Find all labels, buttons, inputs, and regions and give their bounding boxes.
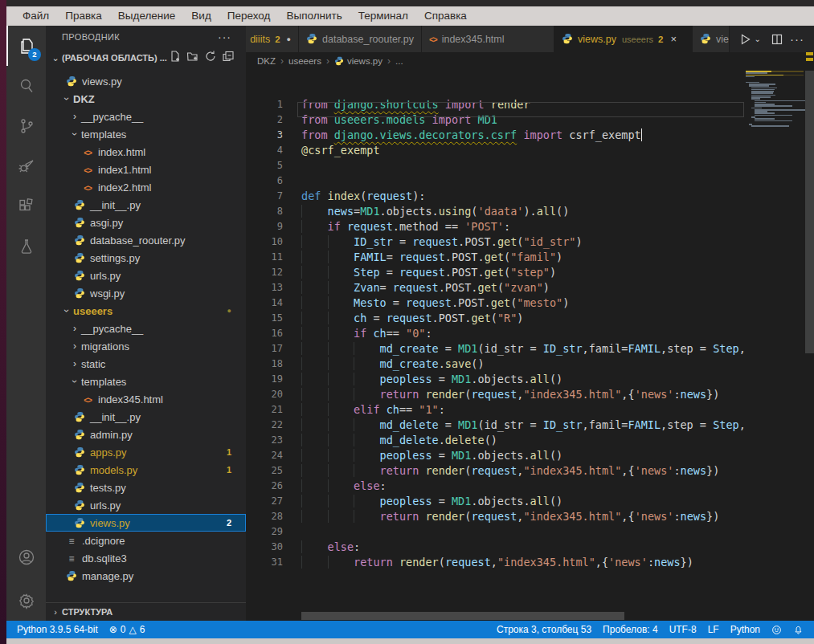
refresh-icon[interactable] [204, 50, 217, 66]
breadcrumb-item-views-py[interactable]: views.py [334, 56, 382, 66]
new-folder-icon[interactable] [186, 50, 199, 66]
code-line-31[interactable]: 31 return render(request,"index345.html"… [246, 555, 746, 570]
run-debug-icon[interactable] [6, 146, 46, 186]
code-line-27[interactable]: 27 peopless = MD1.objects.all() [246, 494, 746, 509]
tree-item-apps-py[interactable]: apps.py1 [46, 443, 246, 461]
code-editor[interactable]: 1from django.shortcuts import render2fro… [246, 70, 746, 584]
tree-item--init-py[interactable]: __init__.py [46, 408, 246, 426]
code-line-9[interactable]: 9 if request.method == 'POST': [246, 219, 746, 234]
run-button[interactable] [738, 33, 751, 46]
code-line-11[interactable]: 11 FAMIL= request.POST.get("famil") [246, 250, 746, 265]
tab-views-py[interactable]: views.pyuseeers2× [554, 26, 693, 52]
code-line-3[interactable]: 3from django.views.decorators.csrf impor… [246, 128, 746, 143]
code-line-22[interactable]: 22 md_delete = MD1(id_str = ID_str,famil… [246, 418, 746, 433]
indentation-status[interactable]: Пробелов: 4 [597, 621, 664, 638]
menu-item-правка[interactable]: Правка [57, 6, 110, 26]
code-line-29[interactable]: 29 [246, 524, 746, 540]
tree-item-db-sqlite3[interactable]: ≡db.sqlite3 [46, 549, 246, 567]
code-line-23[interactable]: 23 md_delete.delete() [246, 433, 746, 448]
code-line-6[interactable]: 6 [246, 173, 746, 189]
code-line-17[interactable]: 17 md_create = MD1(id_str = ID_str,famil… [246, 341, 746, 357]
code-line-15[interactable]: 15 ch = request.POST.get("R") [246, 311, 746, 326]
tree-item-dkz[interactable]: ›DKZ [46, 90, 246, 108]
menu-item-справка[interactable]: Справка [416, 6, 475, 26]
breadcrumb-item-useeers[interactable]: useeers [288, 56, 321, 66]
run-dropdown-chevron-icon[interactable]: ⌄ [755, 35, 761, 43]
code-line-4[interactable]: 4@csrf_exempt [246, 143, 746, 158]
notifications-bell-icon[interactable] [787, 621, 809, 638]
menu-item-переход[interactable]: Переход [219, 6, 279, 26]
workspace-section-header[interactable]: ⌄ (РАБОЧАЯ ОБЛАСТЬ) ... [46, 48, 246, 67]
menu-item-вид[interactable]: Вид [183, 6, 219, 26]
tree-item-urls-py[interactable]: urls.py [46, 267, 246, 284]
code-line-28[interactable]: 28 return render(request,"index345.html"… [246, 509, 746, 524]
language-mode-status[interactable]: Python [725, 621, 766, 638]
tree-item-views-py[interactable]: views.py [46, 72, 246, 90]
eol-status[interactable]: LF [702, 621, 725, 638]
tree-item-index2-html[interactable]: <>index2.html [46, 178, 246, 196]
code-line-10[interactable]: 10 ID_str = request.POST.get("id_str") [246, 234, 746, 250]
code-line-18[interactable]: 18 md_create.save() [246, 357, 746, 372]
tab-vie[interactable]: vie [693, 26, 730, 52]
cursor-position-status[interactable]: Строка 3, столбец 53 [491, 621, 597, 638]
tree-item-wsgi-py[interactable]: wsgi.py [46, 284, 246, 302]
encoding-status[interactable]: UTF-8 [664, 621, 702, 638]
code-line-16[interactable]: 16 if ch== "0": [246, 326, 746, 341]
code-line-5[interactable]: 5 [246, 158, 746, 173]
python-interpreter-status[interactable]: Python 3.9.5 64-bit [11, 621, 104, 638]
code-line-12[interactable]: 12 Step = request.POST.get("step") [246, 265, 746, 280]
vertical-scrollbar-handle[interactable] [805, 71, 814, 353]
explorer-more-actions-icon[interactable]: ··· [218, 31, 231, 43]
tree-item-models-py[interactable]: models.py1 [46, 461, 246, 479]
split-editor-icon[interactable] [771, 33, 783, 46]
search-icon[interactable] [6, 66, 46, 106]
code-line-25[interactable]: 25 return render(request,"index345.html"… [246, 463, 746, 479]
extensions-icon[interactable] [6, 186, 46, 226]
tree-item--dcignore[interactable]: ≡.dcignore [46, 532, 246, 549]
feedback-icon[interactable] [766, 621, 787, 638]
menu-item-выделение[interactable]: Выделение [110, 6, 184, 26]
tree-item--pycache-[interactable]: ›__pycache__ [46, 108, 246, 125]
code-line-30[interactable]: 30 else: [246, 540, 746, 555]
breadcrumb-item--[interactable]: ... [395, 56, 403, 66]
tree-item-index1-html[interactable]: <>index1.html [46, 161, 246, 178]
tree-item-static[interactable]: ›static [46, 355, 246, 373]
horizontal-scrollbar-handle[interactable] [301, 612, 624, 620]
tree-item--pycache-[interactable]: ›__pycache__ [46, 320, 246, 337]
tab-index345-html[interactable]: <>index345.html [422, 26, 554, 52]
tab-database-roouter-py[interactable]: database_roouter.py [299, 26, 422, 52]
tree-item-templates[interactable]: ›templates [46, 125, 246, 143]
explorer-icon[interactable]: 2 [6, 26, 46, 66]
tree-item-urls-py[interactable]: urls.py [46, 496, 246, 514]
menu-item-выполнить[interactable]: Выполнить [278, 6, 350, 26]
tree-item-asgi-py[interactable]: asgi.py [46, 214, 246, 231]
outline-section-header[interactable]: › СТРУКТУРА [46, 602, 246, 621]
tree-item-migrations[interactable]: ›migrations [46, 337, 246, 355]
collapse-all-icon[interactable] [222, 50, 235, 66]
tree-item-tests-py[interactable]: tests.py [46, 479, 246, 496]
tree-item--init-py[interactable]: __init__.py [46, 196, 246, 214]
code-line-1[interactable]: 1from django.shortcuts import render [246, 97, 746, 112]
tree-item-database-roouter-py[interactable]: database_roouter.py [46, 231, 246, 249]
vertical-scrollbar[interactable] [804, 26, 814, 621]
code-line-7[interactable]: 7def index(request): [246, 189, 746, 204]
testing-icon[interactable] [6, 226, 46, 267]
close-icon[interactable]: × [670, 33, 677, 45]
tree-item-index345-html[interactable]: <>index345.html [46, 390, 246, 408]
tree-item-admin-py[interactable]: admin.py [46, 426, 246, 443]
tab-diiits[interactable]: diiits2● [246, 26, 299, 52]
code-line-20[interactable]: 20 return render(request,"index345.html"… [246, 387, 746, 402]
code-line-13[interactable]: 13 Zvan= request.POST.get("zvan") [246, 280, 746, 296]
code-line-21[interactable]: 21 elif ch== "1": [246, 402, 746, 418]
tree-item-settings-py[interactable]: settings.py [46, 249, 246, 267]
code-line-24[interactable]: 24 peopless = MD1.objects.all() [246, 448, 746, 463]
tree-item-views-py[interactable]: views.py2 [46, 514, 246, 532]
tree-item-useeers[interactable]: ›useeers● [46, 302, 246, 320]
account-icon[interactable] [6, 537, 46, 577]
settings-icon[interactable] [6, 581, 46, 621]
tree-item-manage-py[interactable]: manage.py [46, 567, 246, 585]
code-line-14[interactable]: 14 Mesto = request.POST.get("mesto") [246, 296, 746, 311]
tree-item-templates[interactable]: ›templates [46, 373, 246, 390]
new-file-icon[interactable] [169, 50, 182, 66]
menu-item-файл[interactable]: Файл [14, 6, 57, 26]
